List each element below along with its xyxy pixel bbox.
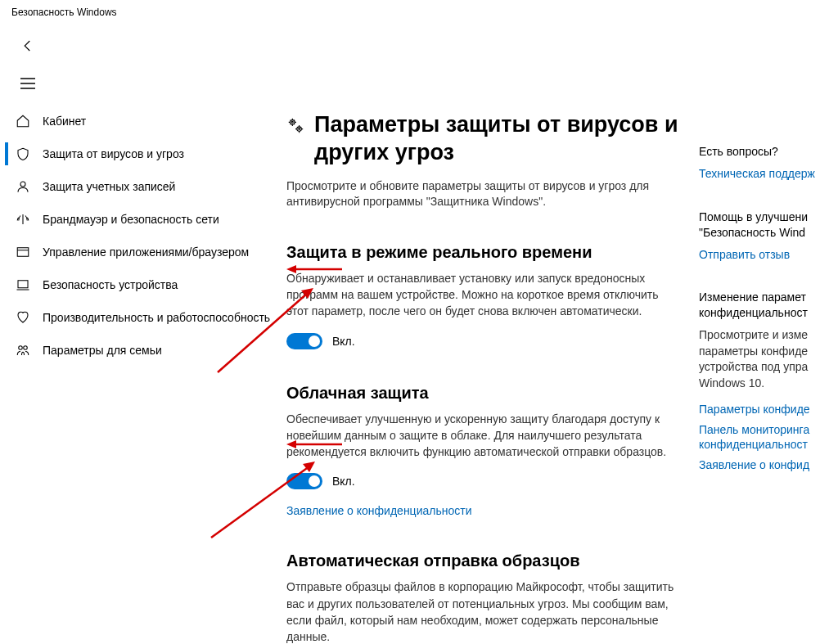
settings-gears-icon [286,116,304,134]
tech-support-link[interactable]: Техническая поддерж [699,166,838,182]
window-title: Безопасность Windows [0,0,838,25]
sidebar-item-virus-protection[interactable]: Защита от вирусов и угроз [5,137,278,170]
sidebar-item-firewall[interactable]: Брандмауэр и безопасность сети [5,203,278,236]
section-cloud-protection: Облачная защита Обеспечивает улучшенную … [286,384,683,518]
privacy-statement-link[interactable]: Заявление о конфиденциальности [286,504,471,517]
section-auto-sample-submission: Автоматическая отправка образцов Отправь… [286,552,683,644]
sidebar-item-family[interactable]: Параметры для семьи [5,334,278,367]
svg-rect-6 [18,281,28,288]
sidebar-item-label: Безопасность устройства [43,278,178,291]
window-icon [13,245,33,259]
hamburger-menu-button[interactable] [11,69,44,98]
feedback-heading: Помощь в улучшени "Безопасность Wind [699,209,838,241]
cloud-protection-toggle[interactable] [286,473,322,489]
sidebar-item-performance[interactable]: Производительность и работоспособность [5,301,278,334]
sidebar-item-label: Брандмауэр и безопасность сети [43,213,219,226]
family-icon [13,343,33,358]
toggle-state-label: Вкл. [332,475,355,488]
section-title: Автоматическая отправка образцов [286,552,683,570]
heart-icon [13,310,33,325]
section-description: Обнаруживает и останавливает установку и… [286,270,683,320]
sidebar-item-label: Параметры для семьи [43,344,162,357]
right-panel: Есть вопросы? Техническая поддерж Помощь… [699,105,838,644]
questions-heading: Есть вопросы? [699,144,838,160]
back-button[interactable] [11,31,44,61]
send-feedback-link[interactable]: Отправить отзыв [699,247,838,263]
device-icon [13,277,33,292]
home-icon [13,114,33,128]
page-description: Просмотрите и обновите параметры защиты … [286,178,683,210]
sidebar-item-label: Кабинет [43,115,86,128]
privacy-dashboard-link[interactable]: Панель мониторинга конфиденциальност [699,422,838,453]
svg-point-13 [299,128,300,130]
sidebar-item-home[interactable]: Кабинет [5,105,278,137]
sidebar-item-label: Производительность и работоспособность [43,311,270,324]
sidebar-item-account-protection[interactable]: Защита учетных записей [5,170,278,203]
svg-point-3 [20,182,25,187]
sidebar-item-app-browser[interactable]: Управление приложениями/браузером [5,236,278,268]
section-description: Отправьте образцы файлов в корпорацию Ма… [286,579,683,644]
svg-point-11 [291,121,293,123]
section-title: Облачная защита [286,384,683,403]
privacy-settings-link[interactable]: Параметры конфиде [699,402,838,417]
main-content: Параметры защиты от вирусов и других угр… [278,105,699,644]
shield-icon [13,146,33,161]
sidebar-item-device-security[interactable]: Безопасность устройства [5,268,278,301]
section-description: Обеспечивает улучшенную и ускоренную защ… [286,411,683,461]
sidebar-item-label: Управление приложениями/браузером [43,245,249,259]
sidebar-item-label: Защита учетных записей [43,180,175,193]
svg-point-12 [297,127,302,132]
toggle-state-label: Вкл. [332,335,355,348]
privacy-text: Просмотрите и изме параметры конфиде уст… [699,327,838,391]
page-title: Параметры защиты от вирусов и других угр… [314,111,683,167]
privacy-heading: Изменение парамет конфиденциальност [699,290,838,321]
svg-point-8 [19,346,23,350]
svg-rect-4 [17,248,29,257]
svg-point-9 [24,346,28,350]
sidebar-item-label: Защита от вирусов и угроз [43,147,184,160]
realtime-protection-toggle[interactable] [286,333,322,349]
signal-icon [13,212,33,227]
person-icon [13,179,33,194]
sidebar: Кабинет Защита от вирусов и угроз Защита… [0,105,278,644]
section-title: Защита в режиме реального времени [286,243,683,262]
section-realtime-protection: Защита в режиме реального времени Обнару… [286,243,683,349]
privacy-statement-link[interactable]: Заявление о конфид [699,457,838,473]
